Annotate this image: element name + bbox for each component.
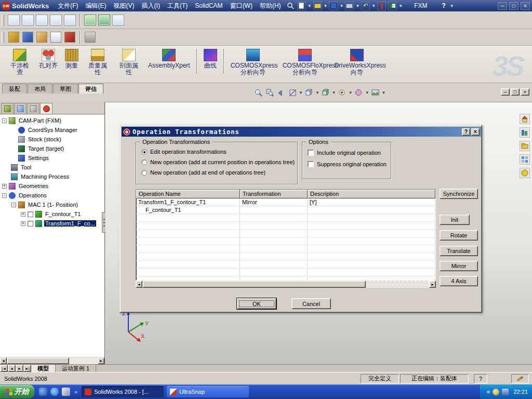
ok-button[interactable]: OK <box>237 298 276 309</box>
view-orientation-icon[interactable] <box>304 88 314 97</box>
help-ball-icon[interactable] <box>520 168 530 178</box>
cmd-mass-properties[interactable]: 质量属性 <box>82 49 113 76</box>
toolbar1-icon-8[interactable] <box>112 15 124 25</box>
next-tab-icon[interactable]: ► <box>16 365 23 372</box>
taskbar-task-solidworks[interactable]: SolidWorks 2008 - [... <box>82 386 164 397</box>
view-palette-icon[interactable] <box>520 154 530 165</box>
dialog-help-button[interactable]: ? <box>462 128 470 136</box>
tab-motion-study[interactable]: 运动算例 1 <box>56 365 96 372</box>
menu-tools[interactable]: 工具(T) <box>164 0 191 12</box>
rotate-button[interactable]: Rotate <box>440 230 478 241</box>
toolbar-grip[interactable] <box>2 15 4 26</box>
expand-icon[interactable]: + <box>21 212 25 217</box>
init-button[interactable]: Init <box>440 215 470 225</box>
undo-dropdown-icon[interactable]: ▼ <box>371 4 376 8</box>
document-restore-button[interactable]: □ <box>511 88 520 96</box>
tree-item-transform[interactable]: + Transform1_F_co... <box>0 219 104 228</box>
table-horizontal-scrollbar[interactable]: ◄ ► <box>136 281 436 288</box>
tab-model[interactable]: 模型 <box>31 365 56 372</box>
status-edit-pencil[interactable] <box>511 374 529 383</box>
table-row[interactable]: F_contour_T1 <box>136 206 435 214</box>
open-icon[interactable] <box>313 2 322 10</box>
toolbar-grip[interactable] <box>2 32 4 43</box>
help-dropdown-icon[interactable]: ▼ <box>450 4 454 8</box>
checkbox[interactable] <box>308 161 314 167</box>
cancel-button[interactable]: Cancel <box>291 298 331 309</box>
featuremanager-tab[interactable] <box>1 103 14 114</box>
display-style-icon[interactable] <box>321 88 330 97</box>
save-icon[interactable] <box>329 2 338 10</box>
open-dropdown-icon[interactable]: ▼ <box>324 4 328 8</box>
appearance-dropdown-icon[interactable]: ▼ <box>365 90 369 95</box>
quick-launch-icon-3[interactable] <box>62 388 70 396</box>
scroll-right-icon[interactable]: ► <box>98 357 104 364</box>
print-dropdown-icon[interactable]: ▼ <box>355 4 360 8</box>
toolbar1-icon-3[interactable] <box>36 15 48 25</box>
expand-icon[interactable]: + <box>2 184 7 189</box>
prev-tab-icon[interactable]: ◄ <box>8 365 16 372</box>
collapse-icon[interactable]: - <box>2 118 7 123</box>
toolbar1-icon-4[interactable] <box>50 15 62 25</box>
column-header-operation-name[interactable]: Operation Name <box>136 190 240 198</box>
new-document-dropdown-icon[interactable]: ▼ <box>308 4 312 8</box>
cmd-cosmosxpress[interactable]: COSMOSXpress 分析向导 <box>227 49 279 76</box>
section-view-dropdown-icon[interactable]: ▼ <box>299 90 303 95</box>
translate-button[interactable]: Translate <box>440 246 478 256</box>
scroll-right-icon[interactable]: ► <box>429 281 436 288</box>
column-header-description[interactable]: Description <box>308 190 435 198</box>
column-header-transformation[interactable]: Transformation <box>240 190 308 198</box>
previous-view-icon[interactable] <box>276 88 286 97</box>
operation-checkbox[interactable] <box>28 211 33 217</box>
toolbar1-icon-6[interactable] <box>84 15 96 25</box>
toolbar2-icon-1[interactable] <box>8 32 19 43</box>
menu-window[interactable]: 窗口(W) <box>227 0 256 12</box>
tray-icon-2[interactable] <box>502 389 509 395</box>
first-tab-icon[interactable]: |◄ <box>0 365 8 372</box>
file-explorer-icon[interactable] <box>520 141 530 151</box>
radio-button[interactable] <box>141 159 147 165</box>
section-view-icon[interactable] <box>288 88 297 97</box>
tree-item-mac1[interactable]: - MAC 1 (1- Position) <box>0 200 104 209</box>
tree-item-f-contour[interactable]: + F_contour_T1 <box>0 209 104 219</box>
document-close-button[interactable]: × <box>521 88 529 96</box>
radio-button-selected[interactable] <box>141 149 147 155</box>
appearance-icon[interactable] <box>354 88 364 97</box>
rebuild-icon[interactable] <box>388 2 397 10</box>
tab-layout[interactable]: 布局 <box>28 84 52 94</box>
scrollbar-thumb[interactable] <box>142 281 366 288</box>
tree-item-stock[interactable]: Stock (stock) <box>0 135 104 144</box>
maximize-button[interactable]: □ <box>509 2 518 10</box>
radio-new-operation-current[interactable]: New operation (add at current position i… <box>136 157 297 167</box>
collapse-icon[interactable]: - <box>11 203 16 207</box>
tree-item-target[interactable]: Target (target) <box>0 144 104 153</box>
cmd-hole-alignment[interactable]: 孔对齐 <box>35 49 61 69</box>
tree-item-cam-part[interactable]: - CAM-Part (FXM) <box>0 116 104 125</box>
undo-icon[interactable]: ↶ <box>361 2 370 10</box>
checkbox-include-original[interactable]: Include original operation <box>302 148 391 158</box>
toolbar1-icon-5[interactable] <box>64 15 76 25</box>
taskbar-task-ultrasnap[interactable]: UltraSnap <box>167 386 249 397</box>
toolbar1-icon-1[interactable] <box>8 15 20 25</box>
scrollbar-thumb[interactable] <box>7 357 69 364</box>
dialog-close-button[interactable]: × <box>471 128 480 136</box>
menu-file[interactable]: 文件(F) <box>54 0 82 12</box>
save-dropdown-icon[interactable]: ▼ <box>339 4 343 8</box>
propertymanager-tab[interactable] <box>14 103 26 114</box>
print-icon[interactable] <box>345 2 354 10</box>
menu-solidcam[interactable]: SolidCAM <box>191 1 226 11</box>
quick-launch-icon-2[interactable] <box>50 388 59 396</box>
collapse-icon[interactable]: - <box>2 193 7 198</box>
close-button[interactable]: × <box>521 2 530 10</box>
status-help-toggle[interactable]: ? <box>474 374 487 383</box>
menu-edit[interactable]: 编辑(E) <box>82 0 110 12</box>
cmd-section-properties[interactable]: 剖面属性 <box>113 49 144 76</box>
select-icon[interactable] <box>377 2 386 10</box>
toolbar2-icon-2[interactable] <box>22 32 33 43</box>
toolbar1-icon-7[interactable] <box>98 15 110 25</box>
tree-item-settings[interactable]: Settings <box>0 153 104 163</box>
scroll-left-icon[interactable]: ◄ <box>0 357 7 364</box>
menu-view[interactable]: 视图(V) <box>110 0 138 12</box>
toolbar2-icon-6[interactable] <box>85 32 96 43</box>
checkbox[interactable] <box>308 150 314 156</box>
mirror-button[interactable]: Mirror <box>440 261 478 271</box>
